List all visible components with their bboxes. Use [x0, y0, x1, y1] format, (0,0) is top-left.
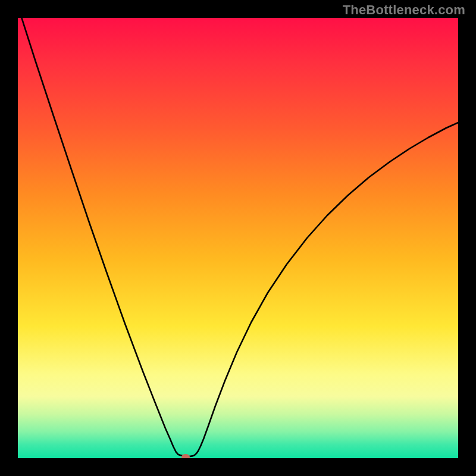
watermark-text: TheBottleneck.com [343, 2, 465, 18]
plot-area [18, 18, 458, 458]
bottleneck-curve [18, 18, 458, 456]
chart-svg [18, 18, 458, 458]
optimum-marker [181, 454, 190, 458]
chart-frame: TheBottleneck.com [0, 0, 476, 476]
